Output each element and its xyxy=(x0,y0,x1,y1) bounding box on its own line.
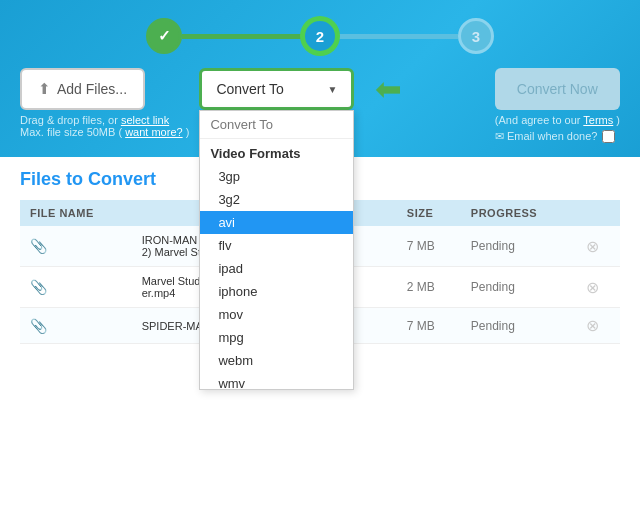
file-size-cell: 2 MB xyxy=(397,267,461,308)
file-size-cell: 7 MB xyxy=(397,308,461,344)
file-icon-cell: 📎 xyxy=(20,226,132,267)
file-remove-cell: ⊗ xyxy=(576,267,620,308)
format-ipad[interactable]: ipad xyxy=(200,257,353,280)
remove-file-button[interactable]: ⊗ xyxy=(586,278,599,297)
col-size: SIZE xyxy=(397,200,461,226)
hint-text: Drag & drop files, or select link Max. f… xyxy=(20,114,189,138)
format-wmv[interactable]: wmv xyxy=(200,372,353,390)
step-2: 2 xyxy=(302,18,338,54)
col-progress: PROGRESS xyxy=(461,200,576,226)
right-controls: Convert Now (And agree to our Terms ) ✉ … xyxy=(495,68,620,143)
email-label: ✉ Email when done? xyxy=(495,130,598,143)
file-icon-cell: 📎 xyxy=(20,267,132,308)
format-mov[interactable]: mov xyxy=(200,303,353,326)
file-status-cell: Pending xyxy=(461,308,576,344)
file-status-cell: Pending xyxy=(461,226,576,267)
step-line-2 xyxy=(338,34,458,39)
format-dropdown[interactable]: Convert To Video Formats 3gp 3g2 avi flv… xyxy=(199,110,354,390)
select-link[interactable]: select link xyxy=(121,114,169,126)
email-checkbox[interactable] xyxy=(602,130,615,143)
add-files-section: ⬆ Add Files... Drag & drop files, or sel… xyxy=(20,68,189,138)
format-mpg[interactable]: mpg xyxy=(200,326,353,349)
file-icon-cell: 📎 xyxy=(20,308,132,344)
paperclip-icon: 📎 xyxy=(30,238,47,254)
remove-file-button[interactable]: ⊗ xyxy=(586,237,599,256)
paperclip-icon: 📎 xyxy=(30,279,47,295)
file-status-cell: Pending xyxy=(461,267,576,308)
controls-row: ⬆ Add Files... Drag & drop files, or sel… xyxy=(20,68,620,143)
step-3: 3 xyxy=(458,18,494,54)
format-webm[interactable]: webm xyxy=(200,349,353,372)
format-flv[interactable]: flv xyxy=(200,234,353,257)
convert-to-button[interactable]: Convert To ▼ xyxy=(199,68,354,110)
col-remove xyxy=(576,200,620,226)
convert-now-button[interactable]: Convert Now xyxy=(495,68,620,110)
steps-row: ✓ 2 3 xyxy=(20,18,620,54)
terms-link[interactable]: Terms xyxy=(583,114,613,126)
file-remove-cell: ⊗ xyxy=(576,308,620,344)
add-files-button[interactable]: ⬆ Add Files... xyxy=(20,68,145,110)
dropdown-caret: ▼ xyxy=(327,84,337,95)
convert-to-wrapper: Convert To ▼ Convert To Video Formats 3g… xyxy=(199,68,354,110)
video-group-label: Video Formats xyxy=(200,139,353,165)
email-row: ✉ Email when done? xyxy=(495,130,616,143)
paperclip-icon: 📎 xyxy=(30,318,47,334)
remove-file-button[interactable]: ⊗ xyxy=(586,316,599,335)
format-iphone[interactable]: iphone xyxy=(200,280,353,303)
green-arrow: ⬅ xyxy=(375,70,402,108)
convert-to-label: Convert To xyxy=(216,81,283,97)
step-1: ✓ xyxy=(146,18,182,54)
add-files-label: Add Files... xyxy=(57,81,127,97)
file-remove-cell: ⊗ xyxy=(576,226,620,267)
format-3gp[interactable]: 3gp xyxy=(200,165,353,188)
col-filename: FILE NAME xyxy=(20,200,132,226)
format-3g2[interactable]: 3g2 xyxy=(200,188,353,211)
top-banner: ✓ 2 3 ⬆ Add Files... Drag & drop files, … xyxy=(0,0,640,157)
file-size-cell: 7 MB xyxy=(397,226,461,267)
format-avi[interactable]: avi xyxy=(200,211,353,234)
step-line-1 xyxy=(182,34,302,39)
agree-text: (And agree to our Terms ) xyxy=(495,114,620,126)
want-more-link[interactable]: want more? xyxy=(125,126,182,138)
upload-icon: ⬆ xyxy=(38,80,51,98)
dropdown-header: Convert To xyxy=(200,111,353,139)
